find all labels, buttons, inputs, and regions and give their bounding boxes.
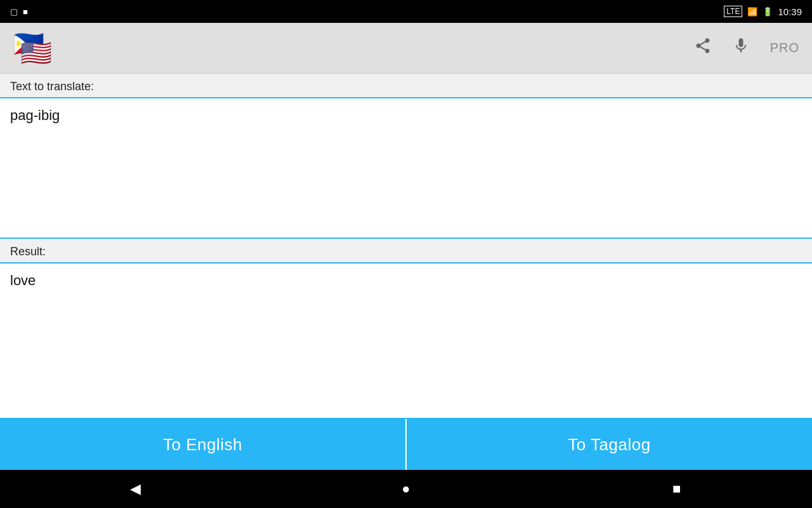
share-icon[interactable]: [694, 37, 712, 59]
signal-icon: 📶: [747, 7, 757, 17]
status-bar: ▢ ■ LTE 📶 🔋 10:39: [0, 0, 812, 23]
microphone-icon[interactable]: [732, 37, 750, 59]
result-output[interactable]: [0, 264, 812, 418]
battery-icon: 🔋: [763, 7, 773, 17]
back-icon: ◀: [130, 481, 141, 497]
to-english-button[interactable]: To English: [0, 419, 407, 470]
to-tagalog-button[interactable]: To Tagalog: [407, 419, 812, 470]
home-button[interactable]: ●: [387, 476, 425, 502]
recent-icon: ■: [672, 481, 681, 497]
result-section: Result:: [0, 239, 812, 419]
app-logo: 🇵🇭 🇺🇸: [13, 31, 57, 65]
home-icon: ●: [402, 481, 410, 497]
us-flag: 🇺🇸: [20, 40, 52, 65]
bottom-nav: ◀ ● ■: [0, 470, 812, 508]
input-label: Text to translate:: [0, 74, 812, 97]
time-display: 10:39: [778, 6, 802, 17]
status-bar-right: LTE 📶 🔋 10:39: [724, 6, 802, 17]
app-bar-actions: PRO: [694, 37, 799, 59]
pro-label[interactable]: PRO: [770, 41, 799, 55]
result-label: Result:: [0, 239, 812, 262]
recent-apps-button[interactable]: ■: [658, 476, 696, 502]
flag-icons: 🇵🇭 🇺🇸: [13, 31, 57, 65]
back-button[interactable]: ◀: [116, 476, 154, 502]
result-wrapper: [0, 262, 812, 419]
app-bar: 🇵🇭 🇺🇸 PRO: [0, 23, 812, 74]
translate-input[interactable]: [0, 98, 812, 237]
app-notification-icon-1: ▢: [10, 7, 18, 17]
input-wrapper: [0, 97, 812, 239]
lte-icon: LTE: [724, 6, 742, 17]
main-content: Text to translate: Result:: [0, 74, 812, 419]
app-notification-icon-2: ■: [23, 7, 28, 17]
input-section: Text to translate:: [0, 74, 812, 239]
status-bar-left: ▢ ■: [10, 7, 28, 17]
buttons-row: To English To Tagalog: [0, 419, 812, 470]
